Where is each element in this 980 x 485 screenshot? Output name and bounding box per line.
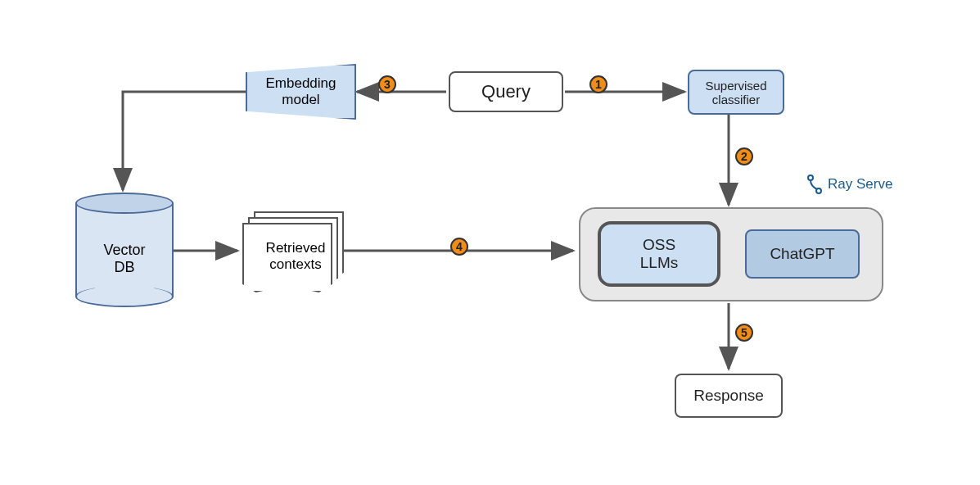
badge-3: 3 <box>378 75 396 93</box>
chatgpt-node: ChatGPT <box>745 229 860 279</box>
badge-1: 1 <box>589 75 607 93</box>
classifier-node: Supervised classifier <box>688 70 784 115</box>
query-node: Query <box>449 71 563 112</box>
retrieved-label: Retrieved contexts <box>255 224 336 273</box>
oss-llms-node: OSS LLMs <box>598 221 720 287</box>
badge-4: 4 <box>450 238 468 256</box>
badge-5: 5 <box>735 324 753 342</box>
vector-db-node: Vector DB <box>75 193 174 307</box>
rayserve-label-block: Ray Serve <box>806 175 892 194</box>
embedding-node: Embedding model <box>246 64 356 120</box>
chatgpt-label: ChatGPT <box>770 245 834 263</box>
badge-2: 2 <box>735 147 753 165</box>
response-label: Response <box>693 387 764 405</box>
vector-db-label: Vector DB <box>103 224 145 276</box>
retrieved-contexts-node: Retrieved contexts <box>242 211 349 293</box>
rayserve-icon <box>806 175 823 194</box>
query-label: Query <box>481 81 531 102</box>
response-node: Response <box>675 374 783 418</box>
classifier-label: Supervised classifier <box>705 79 766 107</box>
oss-llms-label: OSS LLMs <box>640 236 678 272</box>
embedding-label: Embedding model <box>265 75 336 108</box>
rayserve-text: Ray Serve <box>828 176 892 193</box>
svg-point-7 <box>808 175 813 180</box>
